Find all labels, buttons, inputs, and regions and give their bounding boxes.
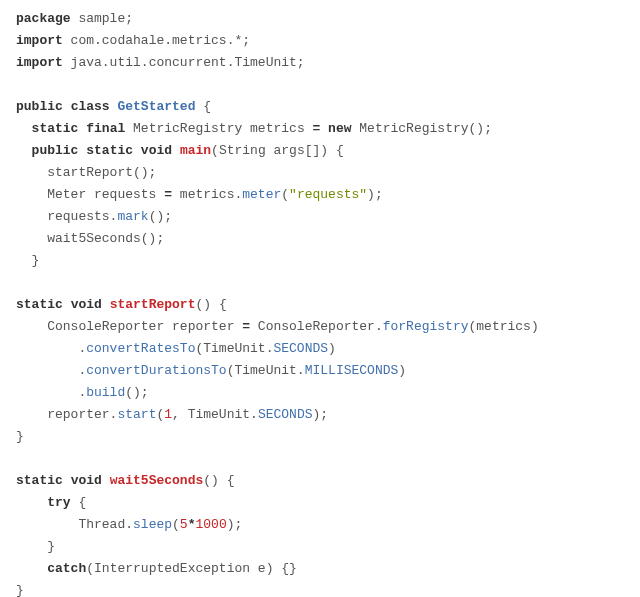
line-22: static void wait5Seconds() { bbox=[16, 473, 235, 488]
line-24: Thread.sleep(5*1000); bbox=[16, 517, 242, 532]
line-6: static final MetricRegistry metrics = ne… bbox=[16, 121, 492, 136]
line-8: startReport(); bbox=[16, 165, 156, 180]
code-block: package sample; import com.codahale.metr… bbox=[16, 8, 624, 597]
line-15: ConsoleReporter reporter = ConsoleReport… bbox=[16, 319, 539, 334]
line-11: wait5Seconds(); bbox=[16, 231, 164, 246]
line-25: } bbox=[16, 539, 55, 554]
line-19: reporter.start(1, TimeUnit.SECONDS); bbox=[16, 407, 328, 422]
line-10: requests.mark(); bbox=[16, 209, 172, 224]
line-3: import java.util.concurrent.TimeUnit; bbox=[16, 55, 305, 70]
line-18: .build(); bbox=[16, 385, 149, 400]
line-27: } bbox=[16, 583, 24, 597]
line-1: package sample; bbox=[16, 11, 133, 26]
line-16: .convertRatesTo(TimeUnit.SECONDS) bbox=[16, 341, 336, 356]
line-23: try { bbox=[16, 495, 86, 510]
line-26: catch(InterruptedException e) {} bbox=[16, 561, 297, 576]
line-5: public class GetStarted { bbox=[16, 99, 211, 114]
line-7: public static void main(String args[]) { bbox=[16, 143, 344, 158]
line-14: static void startReport() { bbox=[16, 297, 227, 312]
line-12: } bbox=[16, 253, 39, 268]
line-2: import com.codahale.metrics.*; bbox=[16, 33, 250, 48]
line-20: } bbox=[16, 429, 24, 444]
line-17: .convertDurationsTo(TimeUnit.MILLISECOND… bbox=[16, 363, 406, 378]
line-9: Meter requests = metrics.meter("requests… bbox=[16, 187, 383, 202]
